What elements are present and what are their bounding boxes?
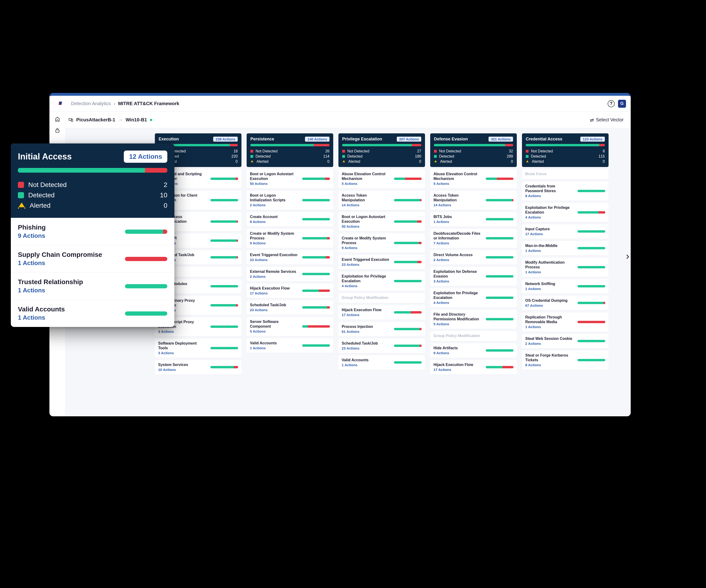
card-actions[interactable]: 9 Actions (433, 351, 481, 355)
technique-card[interactable]: Event Triggered Execution23 Actions (247, 250, 333, 265)
card-actions[interactable]: 7 Actions (433, 241, 481, 245)
technique-card[interactable]: External Remote Services2 Actions (247, 267, 333, 281)
technique-card[interactable]: Scheduled Task/Job23 Actions (247, 300, 333, 315)
technique-card[interactable]: Create or Modify System Process9 Actions (247, 229, 333, 248)
card-actions[interactable]: 50 Actions (250, 181, 298, 185)
technique-card[interactable]: Process Injection61 Actions (339, 322, 425, 336)
card-actions[interactable]: 2 Actions (250, 275, 298, 279)
technique-card[interactable]: Replication Through Removable Media1 Act… (522, 312, 609, 332)
technique-card[interactable]: Hijack Execution Flow17 Actions (430, 360, 517, 374)
technique-card[interactable]: Valid Accounts1 Actions (339, 355, 425, 370)
technique-card[interactable]: Modify Authentication Process1 Actions (522, 258, 609, 277)
technique-card[interactable]: Event Triggered Execution23 Actions (339, 255, 425, 269)
card-actions[interactable]: 2 Actions (433, 258, 481, 262)
card-actions[interactable]: 2 Actions (250, 203, 298, 207)
card-actions[interactable]: 5 Actions (433, 181, 481, 185)
technique-card[interactable]: Brute Force (522, 169, 609, 179)
highlight-item-actions[interactable]: 1 Actions (18, 314, 119, 321)
card-actions[interactable]: 3 Actions (158, 330, 206, 334)
technique-card[interactable]: Credentials from Password Stores8 Action… (522, 181, 609, 201)
card-actions[interactable]: 9 Actions (342, 246, 390, 250)
column-header[interactable]: Defense Evasion321 ActionsNot Detected32… (430, 133, 517, 167)
home-icon[interactable] (55, 116, 60, 122)
technique-card[interactable]: Network Sniffing1 Actions (522, 279, 609, 294)
technique-card[interactable]: Create or Modify System Process9 Actions (339, 234, 425, 253)
vector-chip[interactable]: PicusAttackerB-1 → Win10-B1 (68, 117, 152, 123)
card-actions[interactable]: 1 Actions (525, 325, 573, 329)
highlight-item[interactable]: Supply Chain Compromise1 Actions (11, 245, 174, 272)
highlight-item[interactable]: Trusted Relationship1 Actions (11, 272, 174, 300)
logo-icon[interactable] (54, 101, 66, 106)
card-actions[interactable]: 17 Actions (525, 232, 573, 236)
card-actions[interactable]: 23 Actions (342, 262, 390, 266)
card-actions[interactable]: 9 Actions (250, 241, 298, 245)
card-actions[interactable]: 8 Actions (250, 220, 298, 224)
technique-card[interactable]: Hijack Execution Flow17 Actions (339, 305, 425, 320)
card-actions[interactable]: 10 Actions (158, 368, 206, 372)
card-actions[interactable]: 4 Actions (525, 215, 573, 219)
technique-card[interactable]: BITS Jobs1 Actions (430, 212, 517, 226)
technique-card[interactable]: Server Software Component5 Actions (247, 317, 333, 336)
technique-card[interactable]: Boot or Logon Autostart Execution50 Acti… (339, 212, 425, 231)
card-actions[interactable]: 17 Actions (250, 291, 298, 295)
column-header[interactable]: Credential Access123 ActionsNot Detected… (522, 133, 609, 167)
highlight-item-actions[interactable]: 1 Actions (18, 287, 119, 294)
technique-card[interactable]: OS Credential Dumping67 Actions (522, 296, 609, 310)
help-icon[interactable]: ? (607, 100, 615, 107)
technique-card[interactable]: Access Token Manipulation14 Actions (430, 191, 517, 210)
technique-card[interactable]: Scheduled Task/Job23 Actions (339, 339, 425, 353)
technique-card[interactable]: Abuse Elevation Control Mechanism5 Actio… (430, 169, 517, 188)
technique-card[interactable]: Software Deployment Tools3 Actions (155, 339, 241, 358)
technique-card[interactable]: Group Policy Modification (430, 331, 517, 341)
technique-card[interactable]: System Services10 Actions (155, 360, 241, 374)
technique-card[interactable]: Access Token Manipulation14 Actions (339, 191, 425, 210)
technique-card[interactable]: Steal Web Session Cookie2 Actions (522, 334, 609, 348)
card-actions[interactable]: 17 Actions (433, 368, 481, 372)
card-actions[interactable]: 5 Actions (433, 322, 481, 326)
highlight-item[interactable]: Valid Accounts1 Actions (11, 300, 174, 327)
technique-card[interactable]: File and Directory Permissions Modificat… (430, 310, 517, 329)
card-actions[interactable]: 17 Actions (342, 313, 390, 317)
lock-icon[interactable] (55, 128, 60, 133)
card-actions[interactable]: 1 Actions (250, 346, 298, 350)
technique-card[interactable]: Steal or Forge Kerberos Tickets8 Actions (522, 351, 609, 370)
technique-card[interactable]: Hide Artifacts9 Actions (430, 343, 517, 358)
breadcrumb-parent[interactable]: Detection Analytics (71, 101, 111, 106)
card-actions[interactable]: 5 Actions (250, 329, 298, 333)
card-actions[interactable]: 3 Actions (433, 279, 481, 283)
technique-card[interactable]: Exploitation for Defense Evasion3 Action… (430, 267, 517, 286)
technique-card[interactable]: Abuse Elevation Control Mechanism5 Actio… (339, 169, 425, 188)
card-actions[interactable]: 14 Actions (433, 203, 481, 207)
card-actions[interactable]: 1 Actions (342, 363, 390, 367)
technique-card[interactable]: Exploitation for Privilege Escalation4 A… (522, 203, 609, 222)
card-actions[interactable]: 3 Actions (158, 351, 206, 355)
technique-card[interactable]: Group Policy Modification (339, 293, 425, 303)
card-actions[interactable]: 23 Actions (250, 258, 298, 262)
technique-card[interactable]: Create Account8 Actions (247, 212, 333, 226)
card-actions[interactable]: 61 Actions (342, 330, 390, 334)
technique-card[interactable]: Hijack Execution Flow17 Actions (247, 284, 333, 298)
card-actions[interactable]: 2 Actions (525, 341, 573, 345)
card-actions[interactable]: 1 Actions (525, 249, 573, 253)
scroll-right-button[interactable]: › (626, 251, 629, 262)
technique-card[interactable]: Boot or Logon Initialization Scripts2 Ac… (247, 191, 333, 210)
card-actions[interactable]: 1 Actions (433, 220, 481, 224)
card-actions[interactable]: 1 Actions (525, 287, 573, 291)
column-header[interactable]: Privilege Escalation207 ActionsNot Detec… (339, 133, 425, 167)
technique-card[interactable]: Direct Volume Access2 Actions (430, 250, 517, 265)
card-actions[interactable]: 4 Actions (342, 284, 390, 288)
card-actions[interactable]: 8 Actions (525, 194, 573, 198)
technique-card[interactable]: Valid Accounts1 Actions (247, 338, 333, 353)
card-actions[interactable]: 8 Actions (525, 363, 573, 367)
technique-card[interactable]: Exploitation for Privilege Escalation4 A… (430, 288, 517, 307)
card-actions[interactable]: 23 Actions (250, 308, 298, 312)
technique-card[interactable]: Deobfuscate/Decode Files or Information7… (430, 229, 517, 248)
technique-card[interactable]: Exploitation for Privilege Escalation4 A… (339, 271, 425, 291)
card-actions[interactable]: 50 Actions (342, 224, 390, 228)
card-actions[interactable]: 5 Actions (342, 181, 390, 185)
highlight-item[interactable]: Phishing9 Actions (11, 218, 174, 245)
technique-card[interactable]: Boot or Logon Autostart Execution50 Acti… (247, 169, 333, 188)
highlight-item-actions[interactable]: 9 Actions (18, 232, 119, 240)
card-actions[interactable]: 4 Actions (433, 301, 481, 304)
avatar[interactable]: G (618, 100, 626, 108)
